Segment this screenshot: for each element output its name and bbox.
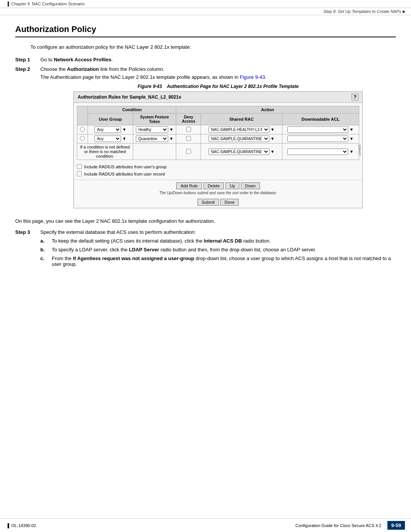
step-2-text-prefix: Choose the [40,66,67,72]
deny-access-col-header: DenyAccess [176,113,201,125]
sub-step-b-content: To specify a LDAP server, click the LDAP… [52,247,396,252]
action-header: Action [176,106,359,113]
step-3-label: Step 3 [15,229,34,270]
no-condition-shared-rac-select[interactable]: NAC-SAMPLE-QUARANTINE-L2-RAC [209,149,269,155]
chapter-label: Chapter 9 [11,2,30,6]
top-bar: ▐ Chapter 9 NAC Configuration Scenario [0,0,411,8]
radio-cell-2[interactable] [77,134,88,144]
no-condition-rac-arrow: ▼ [271,149,275,154]
deny-checkbox-1[interactable] [186,127,191,132]
step-1-bold: Network Access Profiles [54,57,111,62]
figure-link[interactable]: Figure 9-43 [240,74,265,80]
step-2-block: Step 2 Choose the Authorization link fro… [15,66,396,214]
deny-checkbox-cell-2[interactable] [176,134,201,144]
help-icon[interactable]: ? [352,94,358,101]
secondary-button-group: Submit Done [198,199,239,206]
up-button[interactable]: Up [225,182,239,189]
deny-checkbox-2[interactable] [186,136,191,141]
deny-checkbox-cell-1[interactable] [176,125,201,134]
radius-user-record-label: Include RADIUS attributes from user reco… [84,172,165,176]
sub-step-b-suffix: radio button and then, from the drop-dow… [159,247,316,252]
condition-header: Condition [88,106,176,113]
sub-steps: a. To keep the default setting (ACS uses… [40,238,396,267]
downloadable-acl-arrow-1: ▼ [349,127,354,132]
step-bar-icon: ■ [402,9,405,14]
radio-cell-1[interactable] [77,125,88,134]
posture-cell-2: Quarantine Healthy ▼ [133,134,176,144]
shared-rac-cell-2: NAC-SAMPLE-QUARANTINE-L2-RAC ▼ [201,134,282,144]
radius-user-record-checkbox[interactable] [77,171,82,176]
row2-radio[interactable] [80,136,85,141]
primary-button-group: Add Rule Delete Up Down [176,182,260,189]
checkbox-row-2: Include RADIUS attributes from user reco… [74,170,362,177]
sub-step-a-label: a. [40,238,47,244]
dropdown-arrow-2: ▼ [122,136,126,141]
done-button[interactable]: Done [220,199,239,206]
step-1-text-prefix: Go to [40,57,54,62]
step-2-para2: The Authentication page for the NAC Laye… [40,74,396,80]
footer-page-number: 9-59 [387,521,405,530]
user-group-select-2[interactable]: Any [94,136,121,142]
step-2-bold: Authorization [67,66,99,72]
sub-step-b-label: b. [40,247,47,252]
no-condition-downloadable-arrow: ▼ [349,149,354,154]
posture-select-1[interactable]: Healthy Quarantine [136,126,168,133]
downloadable-acl-col-header: Downloadable ACL [282,113,359,125]
auth-rules-header: Authorization Rules for Sample_NAC_L2_80… [74,92,362,103]
step-2-content: Choose the Authorization link from the P… [40,66,396,214]
shared-rac-select-1[interactable]: NAC-SAMPLE-HEALTHY-L2-RAC [209,126,269,133]
shared-rac-select-2[interactable]: NAC-SAMPLE-QUARANTINE-L2-RAC [209,136,269,142]
sub-step-c-content: From the If Agentless request was not as… [52,256,396,267]
shared-rac-arrow-2: ▼ [271,136,275,141]
downloadable-acl-select-2[interactable] [287,136,348,142]
sidebar-number: 158437 [358,144,362,155]
downloadable-acl-cell-1: ▼ [282,125,359,134]
downloadable-acl-select-1[interactable] [287,126,348,133]
step-2-para1: Choose the Authorization link from the P… [40,66,396,72]
table-row: Any ▼ Quarantine Healthy [77,134,359,144]
no-condition-row: If a condition is not defined or there i… [77,144,359,160]
delete-button[interactable]: Delete [204,182,224,189]
step-3-content: Specify the external database that ACS u… [40,229,396,270]
posture-arrow-1: ▼ [169,127,174,132]
bottom-footer: ▐ OL-14390-02 Configuration Guide for Ci… [0,518,411,532]
radius-user-group-checkbox[interactable] [77,164,82,169]
no-condition-deny-checkbox-cell[interactable] [176,144,201,160]
no-condition-label: If a condition is not defined or there i… [77,144,133,160]
buttons-note: The Up/Down buttons submit and save the … [159,191,277,195]
footer-title: Configuration Guide for Cisco Secure ACS… [295,523,381,528]
shared-rac-cell-1: NAC-SAMPLE-HEALTHY-L2-RAC ▼ [201,125,282,134]
sub-step-b: b. To specify a LDAP server, click the L… [40,247,396,252]
figure-caption-text: Authentication Page for NAC Layer 2 802.… [167,84,298,89]
step-3-block: Step 3 Specify the external database tha… [15,229,396,270]
step-2-label: Step 2 [15,66,34,214]
page-title: Authorization Policy [15,24,396,37]
no-condition-downloadable-select[interactable] [287,149,348,155]
after-figure-para: On this page, you can see the Layer 2 NA… [15,218,396,224]
no-condition-empty [133,144,176,160]
sub-step-a: a. To keep the default setting (ACS uses… [40,238,396,244]
no-condition-deny-checkbox[interactable] [186,149,191,154]
downloadable-acl-arrow-2: ▼ [349,136,354,141]
row1-radio[interactable] [80,127,85,132]
figure-container: Authorization Rules for Sample_NAC_L2_80… [73,91,363,208]
sub-step-a-prefix: To keep the default setting (ACS uses it… [52,238,204,244]
sub-step-a-bold: Internal ACS DB [204,238,242,244]
sub-step-a-suffix: radio button. [242,238,271,244]
user-group-select-1[interactable]: Any [94,126,121,133]
down-button[interactable]: Down [241,182,260,189]
sub-step-b-bold: LDAP Server [129,247,159,252]
no-condition-shared-rac-cell: NAC-SAMPLE-QUARANTINE-L2-RAC ▼ [201,144,282,160]
step-2-text-suffix: link from the Policies column. [99,66,164,72]
step-bar-text: Step 8: Set Up Templates to Create NAPs [323,9,401,14]
auth-rules-table: Condition Action User Group System Postu… [77,106,359,160]
step-bar: Step 8: Set Up Templates to Create NAPs … [0,8,411,15]
submit-button[interactable]: Submit [198,199,219,206]
add-rule-button[interactable]: Add Rule [176,182,202,189]
auth-table-wrapper: Condition Action User Group System Postu… [74,103,362,163]
posture-select-2[interactable]: Quarantine Healthy [136,136,168,142]
posture-token-col-header: System Posture Token [133,113,176,125]
sub-step-c-bold: If Agentless request was not assigned a … [73,256,194,261]
shared-rac-col-header: Shared RAC [201,113,282,125]
checkbox-row-1: Include RADIUS attributes from user's gr… [74,163,362,170]
